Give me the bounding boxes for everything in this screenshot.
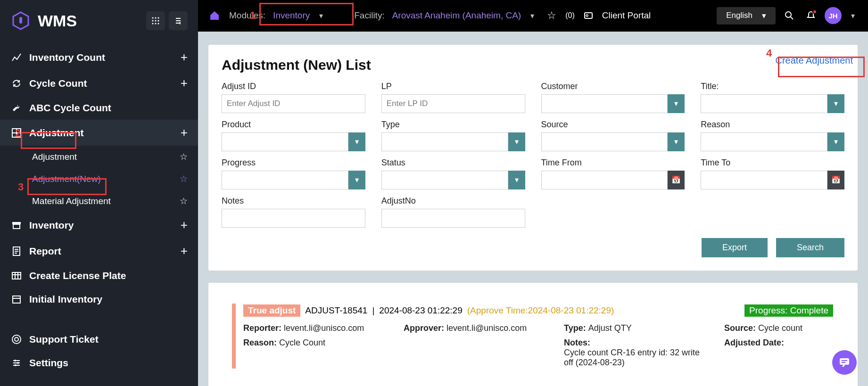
language-select[interactable]: English ▾ bbox=[717, 7, 776, 25]
annotation-1: 1 bbox=[250, 9, 256, 22]
lp-input[interactable] bbox=[381, 94, 525, 113]
progress-badge: Progress: Complete bbox=[744, 304, 833, 317]
svg-point-18 bbox=[15, 337, 18, 341]
chevron-down-icon[interactable]: ▾ bbox=[508, 132, 525, 151]
type-label-detail: Type: bbox=[564, 323, 588, 333]
home-icon[interactable] bbox=[207, 8, 222, 23]
chevron-down-icon: ▾ bbox=[762, 11, 766, 21]
badge-icon[interactable] bbox=[580, 8, 596, 24]
sidebar-item-cycle-count[interactable]: Cycle Count + bbox=[0, 70, 198, 96]
notification-dot bbox=[812, 9, 817, 14]
sidebar-item-settings[interactable]: Settings bbox=[0, 351, 198, 375]
adjust-no-input[interactable] bbox=[381, 209, 525, 228]
facility-value[interactable]: Arovast Anaheim (Anaheim, CA) bbox=[392, 10, 521, 21]
expand-icon[interactable]: + bbox=[181, 125, 188, 140]
chevron-down-icon[interactable]: ▾ bbox=[827, 132, 844, 151]
chevron-down-icon[interactable]: ▾ bbox=[530, 11, 534, 20]
document-icon bbox=[10, 245, 23, 257]
reason-value: Cycle Count bbox=[279, 338, 325, 347]
source-label: Source bbox=[541, 120, 685, 130]
customer-label: Customer bbox=[541, 82, 685, 91]
calendar-icon[interactable]: 📅 bbox=[827, 171, 844, 189]
chevron-down-icon[interactable]: ▾ bbox=[851, 11, 855, 20]
sidebar-item-support-ticket[interactable]: Support Ticket bbox=[0, 328, 198, 351]
time-from-input[interactable] bbox=[541, 171, 668, 189]
chevron-down-icon[interactable]: ▾ bbox=[668, 132, 685, 151]
customer-select[interactable] bbox=[541, 94, 668, 113]
chat-fab[interactable] bbox=[832, 350, 857, 375]
sidebar-item-inventory-count[interactable]: Inventory Count + bbox=[0, 44, 198, 70]
star-outline-icon[interactable]: ☆ bbox=[544, 8, 560, 24]
bell-icon[interactable] bbox=[803, 8, 819, 24]
collapse-sidebar-button[interactable] bbox=[169, 11, 188, 30]
reason-label-detail: Reason: bbox=[243, 338, 279, 347]
sidebar-item-abc-cycle-count[interactable]: ABC Cycle Count bbox=[0, 96, 198, 120]
app-name: WMS bbox=[38, 12, 77, 30]
chevron-down-icon[interactable]: ▾ bbox=[827, 94, 844, 113]
lifebuoy-icon bbox=[10, 333, 23, 345]
source-label-detail: Source: bbox=[724, 323, 758, 333]
product-select[interactable] bbox=[222, 132, 348, 151]
time-to-label: Time To bbox=[701, 158, 844, 168]
sidebar-item-label: Cycle Count bbox=[29, 78, 87, 89]
status-select[interactable] bbox=[381, 171, 508, 189]
client-portal-link[interactable]: Client Portal bbox=[602, 10, 651, 21]
sidebar-item-label: Settings bbox=[29, 357, 68, 369]
svg-point-7 bbox=[157, 20, 159, 21]
export-button[interactable]: Export bbox=[702, 238, 768, 257]
adjust-no-label: AdjustNo bbox=[381, 196, 525, 206]
calendar-icon[interactable]: 📅 bbox=[668, 171, 685, 189]
type-select[interactable] bbox=[381, 132, 508, 151]
source-value: Cycle count bbox=[758, 323, 802, 333]
svg-point-6 bbox=[155, 20, 156, 21]
chevron-down-icon[interactable]: ▾ bbox=[348, 132, 365, 151]
sidebar-item-inventory[interactable]: Inventory + bbox=[0, 212, 198, 238]
progress-select[interactable] bbox=[222, 171, 348, 189]
sidebar-sub-label: Adjustment bbox=[32, 152, 77, 162]
star-icon[interactable]: ☆ bbox=[180, 173, 188, 184]
sidebar-sub-adjustment[interactable]: Adjustment ☆ bbox=[0, 146, 198, 168]
facility-label: Facility: bbox=[354, 10, 384, 21]
svg-point-2 bbox=[152, 17, 153, 18]
title-select[interactable] bbox=[701, 94, 827, 113]
reason-select[interactable] bbox=[701, 132, 827, 151]
sidebar-item-create-license-plate[interactable]: Create License Plate bbox=[0, 264, 198, 287]
svg-point-24 bbox=[785, 12, 791, 17]
chevron-down-icon[interactable]: ▾ bbox=[668, 94, 685, 113]
timestamp-value: 2024-08-23 01:22:29 bbox=[379, 305, 462, 316]
adjustment-card[interactable]: True adjust ADJUST-18541 | 2024-08-23 01… bbox=[219, 293, 847, 379]
sliders-icon bbox=[10, 357, 23, 369]
time-to-input[interactable] bbox=[701, 171, 827, 189]
source-select[interactable] bbox=[541, 132, 668, 151]
approver-value: levent.li@unisco.com bbox=[446, 323, 527, 333]
expand-icon[interactable]: + bbox=[181, 244, 188, 258]
sidebar-item-initial-inventory[interactable]: Initial Inventory bbox=[0, 287, 198, 311]
svg-rect-16 bbox=[13, 296, 20, 303]
chevron-down-icon[interactable]: ▾ bbox=[348, 171, 365, 189]
grid-toggle-button[interactable] bbox=[146, 11, 165, 30]
sidebar-item-label: Inventory Count bbox=[29, 52, 105, 63]
svg-rect-1 bbox=[19, 17, 22, 24]
svg-point-10 bbox=[157, 23, 159, 24]
reporter-label: Reporter: bbox=[243, 323, 284, 333]
svg-point-9 bbox=[155, 23, 156, 24]
notes-input[interactable] bbox=[222, 209, 365, 228]
user-avatar[interactable]: JH bbox=[825, 7, 842, 24]
expand-icon[interactable]: + bbox=[181, 50, 188, 65]
sidebar-item-report[interactable]: Report + bbox=[0, 238, 198, 264]
star-icon[interactable]: ☆ bbox=[180, 151, 188, 162]
svg-rect-15 bbox=[12, 272, 21, 279]
expand-icon[interactable]: + bbox=[181, 218, 188, 232]
expand-icon[interactable]: + bbox=[181, 76, 188, 90]
archive-icon bbox=[10, 219, 23, 231]
sidebar-item-label: Support Ticket bbox=[29, 334, 99, 345]
sidebar-item-label: Inventory bbox=[29, 220, 74, 231]
annotation-3: 3 bbox=[18, 181, 24, 193]
chevron-down-icon[interactable]: ▾ bbox=[508, 171, 525, 189]
search-button[interactable]: Search bbox=[776, 238, 844, 257]
adjust-id-input[interactable] bbox=[222, 94, 365, 113]
search-icon[interactable] bbox=[781, 8, 797, 24]
time-from-label: Time From bbox=[541, 158, 685, 168]
star-icon[interactable]: ☆ bbox=[180, 196, 188, 206]
sidebar-item-label: ABC Cycle Count bbox=[29, 102, 111, 114]
